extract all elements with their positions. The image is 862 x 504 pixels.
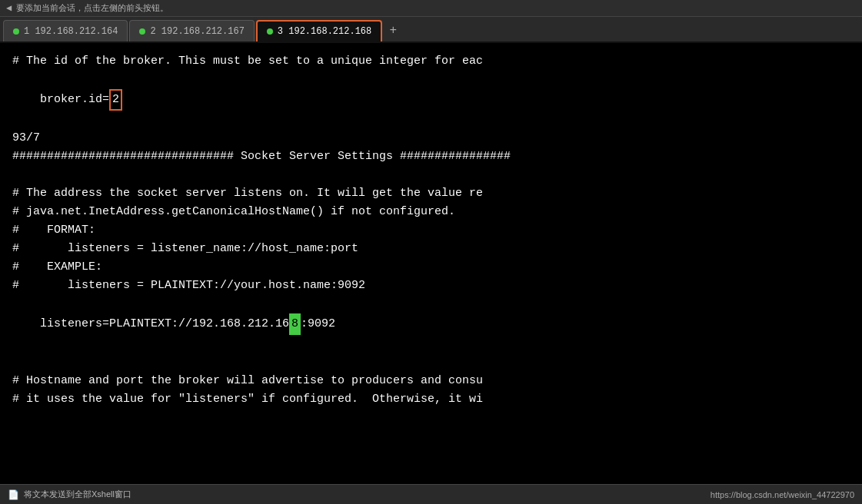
- line-6: # The address the socket server listens …: [12, 184, 850, 203]
- tab-add-button[interactable]: +: [384, 20, 402, 41]
- terminal-content: # The id of the broker. This must be set…: [0, 43, 862, 484]
- line-13: [12, 353, 850, 372]
- tab-bar: 1 192.168.212.164 2 192.168.212.167 3 19…: [0, 17, 862, 43]
- status-left-text: 将文本发送到全部Xshell窗口: [24, 489, 131, 500]
- line-12-suffix: :9092: [301, 317, 335, 330]
- line-8: # FORMAT:: [12, 221, 850, 240]
- line-1: # The id of the broker. This must be set…: [12, 52, 850, 71]
- line-12: listeners=PLAINTEXT://192.168.212.168:90…: [12, 295, 850, 353]
- tab-2-dot: [139, 28, 145, 35]
- line-14: # Hostname and port the broker will adve…: [12, 372, 850, 390]
- line-15: # it uses the value for "listeners" if c…: [12, 390, 850, 409]
- line-2: broker.id=2: [12, 71, 850, 129]
- line-9: # listeners = listener_name://host_name:…: [12, 240, 850, 258]
- line-3: 93/7: [12, 129, 850, 148]
- line-7: # java.net.InetAddress.getCanonicalHostN…: [12, 203, 850, 221]
- tab-3[interactable]: 3 192.168.212.168: [256, 20, 382, 41]
- line-11: # listeners = PLAINTEXT://your.host.name…: [12, 277, 850, 295]
- listeners-highlight: 8: [289, 313, 301, 335]
- back-arrow-icon: ◀: [6, 2, 12, 14]
- tab-1-dot: [13, 28, 19, 35]
- status-left-icon: 📄: [8, 489, 19, 500]
- tab-2-label: 2 192.168.212.167: [150, 26, 244, 37]
- tab-1[interactable]: 1 192.168.212.164: [3, 20, 128, 41]
- tab-2[interactable]: 2 192.168.212.167: [129, 20, 254, 41]
- status-bar: 📄 将文本发送到全部Xshell窗口 https://blog.csdn.net…: [0, 484, 862, 504]
- line-2-prefix: broker.id=: [40, 93, 109, 106]
- line-12-prefix: listeners=PLAINTEXT://192.168.212.16: [40, 317, 289, 330]
- top-bar: ◀ 要添加当前会话，点击左侧的前头按钮。: [0, 0, 862, 17]
- status-left[interactable]: 📄 将文本发送到全部Xshell窗口: [8, 489, 131, 500]
- line-4: ################################ Socket …: [12, 148, 850, 166]
- line-5: [12, 166, 850, 184]
- top-bar-message: 要添加当前会话，点击左侧的前头按钮。: [16, 2, 168, 14]
- status-right: https://blog.csdn.net/weixin_44722970: [711, 490, 854, 499]
- broker-id-highlight: 2: [109, 89, 122, 111]
- tab-3-dot: [267, 28, 273, 35]
- tab-3-label: 3 192.168.212.168: [278, 26, 371, 37]
- line-10: # EXAMPLE:: [12, 258, 850, 277]
- tab-1-label: 1 192.168.212.164: [24, 26, 118, 37]
